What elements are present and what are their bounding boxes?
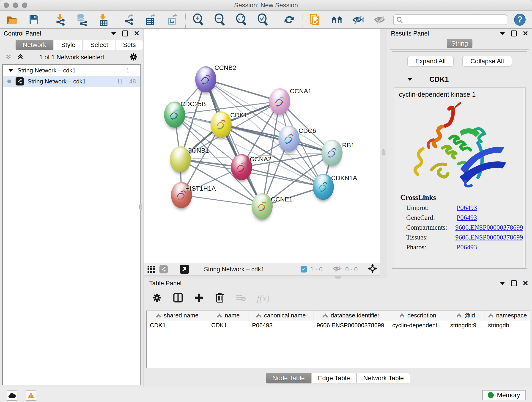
network-canvas[interactable]: CCNB2CCNA1CDC25BCDK1CDC6RB1CCNB1CCNA2CDK…	[144, 29, 380, 263]
crosslinks-title: CrossLinks	[400, 193, 523, 202]
network-node-CCNA2[interactable]	[231, 154, 252, 180]
column-header-database-identifier[interactable]: database identifier	[313, 311, 389, 320]
tab-edge-table[interactable]: Edge Table	[311, 373, 357, 383]
table-cell[interactable]: cyclin-dependent ...	[389, 320, 447, 330]
crosslink-link[interactable]: P06493	[457, 204, 477, 211]
results-scrollbar[interactable]	[523, 88, 525, 267]
table-panel-float-icon[interactable]	[511, 280, 517, 286]
network-node-RB1[interactable]	[322, 140, 342, 166]
column-header-description[interactable]: description	[389, 311, 447, 320]
horizontal-splitter-grip[interactable]	[335, 276, 341, 279]
network-edge[interactable]	[206, 79, 280, 101]
column-header-canonical-name[interactable]: canonical name	[249, 311, 313, 320]
refresh-view-icon[interactable]	[283, 14, 295, 26]
control-panel-tabs: Network Style Select Sets	[16, 40, 143, 50]
protein-expander-icon[interactable]	[407, 78, 412, 81]
right-splitter-grip[interactable]	[382, 149, 385, 155]
open-session-icon[interactable]	[6, 14, 18, 26]
memory-button[interactable]: Memory	[482, 390, 526, 400]
expand-all-networks-icon[interactable]	[5, 53, 12, 61]
network-collection-row[interactable]: String Network – cdk1 1	[3, 65, 140, 76]
protein-section-header[interactable]: CDK1	[392, 73, 527, 86]
expand-all-button[interactable]: Expand All	[407, 56, 454, 66]
column-header-@id[interactable]: @id	[447, 311, 485, 320]
network-node-CCNE1[interactable]	[252, 193, 273, 219]
table-panel-menu-caret[interactable]	[500, 282, 505, 285]
copy-string-network-icon[interactable]	[309, 14, 321, 26]
results-panel-float-icon[interactable]	[511, 31, 517, 36]
table-cell[interactable]: CDK1	[208, 320, 249, 330]
export-table-icon[interactable]	[145, 14, 157, 26]
warnings-button[interactable]	[26, 390, 36, 401]
network-node-CDC6[interactable]	[278, 126, 299, 152]
control-panel-close-icon[interactable]: ✕	[134, 30, 139, 37]
network-node-CDKN1A[interactable]	[313, 174, 334, 200]
presentation-eye-icon[interactable]	[374, 14, 386, 26]
hide-show-graphics-icon[interactable]	[352, 14, 364, 26]
results-panel-title: Results Panel	[391, 30, 429, 37]
crosslink-row: Pharos: P06493	[406, 243, 523, 251]
crosslink-link[interactable]: P06493	[457, 243, 477, 251]
save-session-icon[interactable]	[28, 14, 40, 26]
add-column-icon[interactable]	[194, 293, 204, 304]
birdseye-grid-icon[interactable]	[147, 265, 155, 274]
delete-column-icon[interactable]	[215, 293, 224, 304]
left-splitter-grip[interactable]	[139, 204, 142, 210]
table-row[interactable]: CDK1CDK1P064939606.ENSP00000378699cyclin…	[147, 320, 530, 330]
results-panel-menu-caret[interactable]	[500, 32, 505, 35]
collapse-all-button[interactable]: Collapse All	[462, 56, 512, 66]
cloud-status-button[interactable]	[7, 390, 17, 401]
zoom-selected-icon[interactable]	[257, 14, 269, 26]
search-input[interactable]	[393, 14, 507, 25]
zoom-in-icon[interactable]	[192, 14, 204, 26]
export-image-icon[interactable]	[166, 14, 178, 26]
zoom-fit-content-icon[interactable]	[235, 14, 247, 26]
table-cell[interactable]: 9606.ENSP00000378699	[313, 320, 389, 330]
network-node-CDK1[interactable]	[210, 111, 232, 138]
selected-checkbox-icon[interactable]: ✓	[301, 266, 307, 273]
help-button[interactable]: ?	[514, 14, 526, 26]
network-edge[interactable]	[181, 195, 262, 206]
table-cell[interactable]: CDK1	[147, 320, 208, 330]
network-node-CCNB2[interactable]	[195, 66, 216, 92]
column-header-namespace[interactable]: namespace	[485, 311, 530, 320]
tab-network[interactable]: Network	[16, 40, 53, 50]
collection-expander-icon[interactable]	[8, 69, 13, 72]
status-bar: Memory	[0, 387, 532, 402]
table-options-gear-icon[interactable]	[152, 293, 162, 304]
toolbar-separator	[47, 12, 47, 28]
results-panel-close-icon[interactable]: ✕	[523, 30, 528, 37]
table-cell[interactable]: stringdb:9...	[447, 320, 485, 330]
import-network-from-file-icon[interactable]	[54, 14, 66, 26]
crosslink-link[interactable]: 9606.ENSP00000378699	[455, 224, 523, 231]
show-columns-icon[interactable]	[173, 293, 183, 304]
table-cell[interactable]: stringdb	[485, 320, 530, 330]
network-row[interactable]: String Network – cdk1 11 48	[3, 76, 140, 87]
tab-sets[interactable]: Sets	[116, 40, 143, 50]
home-icon[interactable]	[331, 14, 343, 26]
tab-network-table[interactable]: Network Table	[356, 373, 410, 383]
crosslink-link[interactable]: 9606.ENSP00000378699	[455, 234, 523, 241]
tab-node-table[interactable]: Node Table	[266, 373, 311, 383]
network-options-gear-icon[interactable]	[129, 52, 138, 62]
pan-crosshair-icon[interactable]	[368, 264, 377, 275]
network-node-CCNA1[interactable]	[269, 88, 290, 114]
table-cell[interactable]: P06493	[249, 320, 313, 330]
control-panel-menu-caret[interactable]	[111, 32, 116, 35]
column-header-name[interactable]: name	[208, 311, 249, 320]
column-header-shared-name[interactable]: shared name	[147, 311, 208, 320]
zoom-out-icon[interactable]	[214, 14, 226, 26]
tab-string[interactable]: String	[447, 39, 472, 48]
import-network-from-database-icon[interactable]	[76, 14, 88, 26]
collapse-all-networks-icon[interactable]	[17, 53, 24, 61]
node-structure-thumbnail-icon	[317, 179, 330, 195]
table-panel-close-icon[interactable]: ✕	[523, 280, 528, 287]
control-panel-float-icon[interactable]	[122, 31, 128, 36]
detach-view-icon[interactable]	[180, 265, 189, 274]
import-table-from-file-icon[interactable]	[97, 14, 109, 26]
view-toolbar-separator	[174, 265, 174, 274]
crosslink-link[interactable]: P06493	[457, 214, 477, 221]
tab-style[interactable]: Style	[54, 40, 82, 50]
tab-select[interactable]: Select	[83, 40, 115, 50]
export-network-icon[interactable]	[123, 14, 135, 26]
